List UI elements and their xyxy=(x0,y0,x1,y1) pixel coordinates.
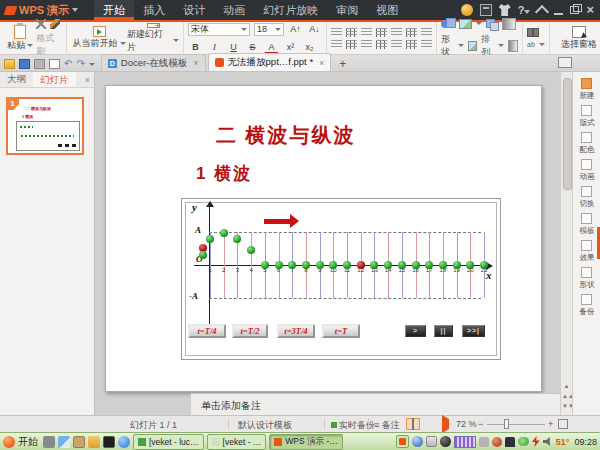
align-tool-icon-0[interactable] xyxy=(331,40,342,49)
fit-to-window-icon[interactable] xyxy=(558,419,568,429)
wps-tray-icon[interactable] xyxy=(396,435,409,448)
list-tool-icon-4[interactable] xyxy=(391,28,402,37)
font-name-select[interactable]: 宋体 xyxy=(188,23,250,36)
scroll-up-icon[interactable]: ▲ xyxy=(562,382,571,391)
list-tool-icon-2[interactable] xyxy=(361,28,372,37)
menu-动画[interactable]: 动画 xyxy=(214,0,254,20)
start-menu-icon[interactable] xyxy=(3,436,15,448)
undo-icon[interactable]: ↶ xyxy=(64,59,72,69)
open-file-icon[interactable] xyxy=(4,59,15,69)
terminal-icon[interactable] xyxy=(103,436,115,448)
task-button-2[interactable]: WPS 演示 -… xyxy=(269,434,342,450)
save-icon[interactable] xyxy=(19,59,30,69)
redo-icon[interactable]: ↷ xyxy=(76,59,84,69)
zoom-out-button[interactable]: − xyxy=(478,419,483,429)
collapse-ribbon-icon[interactable] xyxy=(535,5,549,19)
time-button-t=T[interactable]: t=T xyxy=(322,324,360,338)
paste-button[interactable]: 粘贴 xyxy=(4,23,36,54)
setup-tool-icon[interactable] xyxy=(43,436,55,448)
package-manager-icon[interactable] xyxy=(73,436,85,448)
list-tool-icon-1[interactable] xyxy=(346,28,357,37)
update-tray-icon[interactable] xyxy=(492,437,502,447)
task-button-0[interactable]: [veket - luc… xyxy=(133,434,204,450)
shrink-font-button[interactable]: A↓ xyxy=(307,22,322,37)
slide-title[interactable]: 二 横波与纵波 xyxy=(216,122,356,149)
next-slide-icon[interactable]: ▼▼ xyxy=(562,402,571,411)
tab-outline[interactable]: 大纲 xyxy=(0,73,33,86)
selection-pane-button[interactable]: 选择窗格 xyxy=(554,23,600,54)
zoom-slider-handle[interactable] xyxy=(504,419,509,429)
play-button[interactable]: > xyxy=(405,325,426,337)
find-icon[interactable] xyxy=(527,28,539,38)
menu-设计[interactable]: 设计 xyxy=(174,0,214,20)
vertical-scrollbar[interactable]: ▲ ▲▲ ▼▼ xyxy=(560,72,572,415)
power-bolt-tray-icon[interactable] xyxy=(532,436,540,447)
time-button-t=T/4[interactable]: t=T/4 xyxy=(188,324,226,338)
align-tool-icon-6[interactable] xyxy=(421,40,432,49)
menu-开始[interactable]: 开始 xyxy=(94,0,134,20)
slide-sorter-view-button[interactable] xyxy=(422,418,436,430)
fill-icon[interactable] xyxy=(508,40,518,52)
minimize-button[interactable] xyxy=(554,13,563,15)
gold-coin-icon[interactable] xyxy=(461,4,473,16)
list-tool-icon-0[interactable] xyxy=(331,28,342,37)
volume-tray-icon[interactable] xyxy=(543,437,553,447)
align-tool-icon-1[interactable] xyxy=(346,40,357,49)
cut-icon[interactable] xyxy=(36,19,46,29)
media-player-tray-icon[interactable] xyxy=(440,436,451,447)
step-forward-button[interactable]: >>| xyxy=(462,325,485,337)
sidebar-item-模板[interactable]: 模板 xyxy=(573,213,600,236)
notes-area[interactable]: 单击添加备注 xyxy=(191,393,600,415)
sidebar-item-备份[interactable]: 备份 xyxy=(573,294,600,317)
zoom-slider-track[interactable] xyxy=(487,424,545,425)
shapes-icon[interactable] xyxy=(441,18,455,30)
replace-icon[interactable]: ab xyxy=(527,41,535,48)
new-document-tab-button[interactable]: + xyxy=(333,57,352,71)
font-size-select[interactable]: 18 xyxy=(254,23,284,36)
privacy-tray-icon[interactable] xyxy=(505,437,515,447)
wave-diagram[interactable]: y x A O -A 12345678910111213141516171819… xyxy=(181,198,501,360)
photo-viewer-icon[interactable] xyxy=(58,436,70,448)
tab-slides[interactable]: 幻灯片 xyxy=(33,72,76,87)
align-tool-icon-2[interactable] xyxy=(361,40,372,49)
list-tool-icon-3[interactable] xyxy=(376,28,387,37)
font-color-button[interactable]: A xyxy=(264,40,279,54)
customize-toolbar-icon[interactable] xyxy=(89,63,95,66)
cloud-network-tray-icon[interactable] xyxy=(518,437,529,446)
print-preview-icon[interactable] xyxy=(49,59,60,69)
close-panel-icon[interactable]: × xyxy=(85,75,90,85)
task-button-1[interactable]: [veket - … xyxy=(207,434,267,450)
sidebar-item-动画[interactable]: 动画 xyxy=(573,159,600,182)
format-painter-icon[interactable] xyxy=(50,19,60,29)
slideshow-view-button[interactable] xyxy=(438,418,452,430)
screenshot-tray-icon[interactable] xyxy=(426,436,437,447)
sidebar-item-效果[interactable]: 效果 xyxy=(573,240,600,263)
skin-icon[interactable] xyxy=(499,4,511,16)
zoom-in-button[interactable]: + xyxy=(548,419,553,429)
print-icon[interactable] xyxy=(34,59,45,69)
design-template-label[interactable]: 默认设计模板 xyxy=(238,419,292,432)
sidebar-item-新建[interactable]: 新建 xyxy=(573,78,600,101)
sidebar-item-切换[interactable]: 切换 xyxy=(573,186,600,209)
restore-button[interactable] xyxy=(570,6,579,14)
list-tool-icon-6[interactable] xyxy=(421,28,432,37)
printer-tray-icon[interactable] xyxy=(479,437,489,447)
shade-icon[interactable] xyxy=(502,18,516,30)
sidebar-item-形状[interactable]: 形状 xyxy=(573,267,600,290)
menu-插入[interactable]: 插入 xyxy=(134,0,174,20)
textbox-icon[interactable] xyxy=(459,19,472,29)
normal-view-button[interactable] xyxy=(406,418,420,430)
close-button[interactable]: × xyxy=(586,4,594,16)
browser-icon[interactable] xyxy=(118,436,130,448)
group-icon[interactable] xyxy=(486,19,498,29)
close-document-icon[interactable]: × xyxy=(319,58,324,68)
previous-slide-icon[interactable]: ▲▲ xyxy=(562,392,571,401)
menu-幻灯片放映[interactable]: 幻灯片放映 xyxy=(254,0,327,20)
time-button-t=T/2[interactable]: t=T/2 xyxy=(232,324,268,338)
align-tool-icon-3[interactable] xyxy=(376,40,387,49)
app-store-icon[interactable] xyxy=(480,4,492,16)
align-tool-icon-5[interactable] xyxy=(406,40,417,49)
menu-视图[interactable]: 视图 xyxy=(367,0,407,20)
sidebar-item-配色[interactable]: 配色 xyxy=(573,132,600,155)
file-manager-icon[interactable] xyxy=(88,436,100,448)
